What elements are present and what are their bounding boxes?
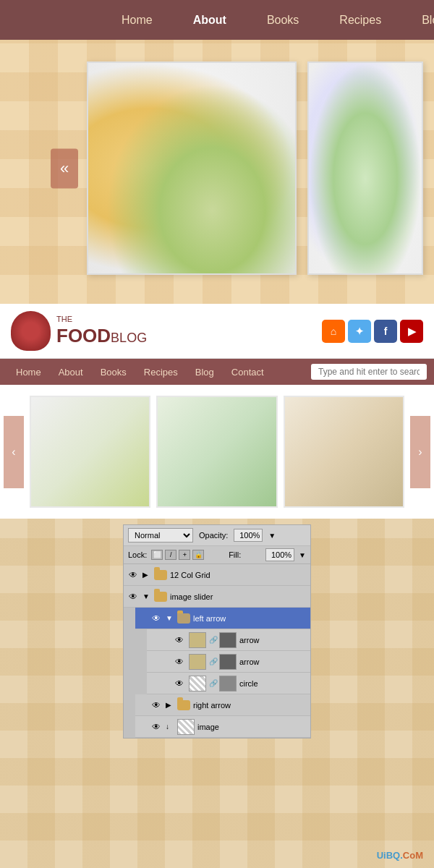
layer-name-imgslider: image slider xyxy=(170,592,307,601)
top-section: Home About Books Recipes Blog « xyxy=(0,0,434,304)
carousel-images xyxy=(87,61,423,275)
layer-thumb-arrow2 xyxy=(189,654,206,670)
subnav-contact[interactable]: Contact xyxy=(223,367,273,378)
eye-icon-circle[interactable]: 👁 xyxy=(173,677,186,690)
layer-row-arrow2[interactable]: 👁 🔗 arrow xyxy=(147,651,310,673)
opacity-arrow[interactable]: ▼ xyxy=(268,532,276,540)
layer-thumb-image xyxy=(177,719,195,735)
eye-icon-arrow1[interactable]: 👁 xyxy=(173,634,186,647)
attr-com: CoM xyxy=(403,850,423,861)
fill-label: Fill: xyxy=(229,550,241,559)
nav-books[interactable]: Books xyxy=(247,14,319,27)
eye-icon-12col[interactable]: 👁 xyxy=(127,569,140,582)
folder-icon-rightarrow xyxy=(177,700,190,710)
layer-name-circle: circle xyxy=(239,679,307,688)
eye-icon-arrow2[interactable]: 👁 xyxy=(173,655,186,668)
subnav-recipes[interactable]: Recipes xyxy=(135,367,187,378)
layers-panel-wrapper: Normal Opacity: ▼ Lock: ⬜ / + 🔒 Fill: ▼ xyxy=(0,524,434,739)
layer-thumb-circleb xyxy=(219,676,237,692)
logo-area: THE FOODBLOG xyxy=(11,311,147,351)
subnav-home[interactable]: Home xyxy=(7,367,50,378)
sub-nav: Home About Books Recipes Blog Contact xyxy=(0,359,434,385)
layer-row-circle[interactable]: 👁 🔗 circle xyxy=(147,673,310,694)
layer-name-image: image xyxy=(197,723,307,731)
folder-icon-12col xyxy=(154,570,167,580)
subnav-blog[interactable]: Blog xyxy=(187,367,223,378)
lock-label: Lock: xyxy=(128,550,147,559)
expand-leftarrow[interactable]: ▼ xyxy=(166,614,174,622)
logo-blog: BLOG xyxy=(111,331,147,345)
slider-left-button[interactable]: ‹ xyxy=(4,416,24,488)
food-header: THE FOODBLOG ⌂ ✦ f ▶ xyxy=(0,304,434,359)
lock-move[interactable]: + xyxy=(179,550,190,560)
slider-images xyxy=(24,396,410,508)
top-nav: Home About Books Recipes Blog xyxy=(0,0,434,40)
link-icon-circle: 🔗 xyxy=(209,679,216,687)
twitter-icon[interactable]: ✦ xyxy=(348,320,371,343)
bottom-section: THE FOODBLOG ⌂ ✦ f ▶ Home About Books Re… xyxy=(0,304,434,868)
layers-toolbar: Normal Opacity: ▼ xyxy=(124,525,310,546)
opacity-input[interactable] xyxy=(234,529,263,542)
layer-row-imgslider[interactable]: 👁 ▼ image slider xyxy=(124,586,310,608)
link-icon-arrow2: 🔗 xyxy=(209,658,216,665)
logo-text: THE FOODBLOG xyxy=(56,315,147,346)
slider-thumb-3 xyxy=(284,396,404,508)
layer-row-rightarrow[interactable]: 👁 ▶ right arrow xyxy=(135,694,310,716)
layer-thumb-arrow1b xyxy=(219,632,237,648)
layer-row-arrow1[interactable]: 👁 🔗 arrow xyxy=(147,629,310,651)
fill-input[interactable] xyxy=(265,548,294,561)
layer-row-leftarrow[interactable]: 👁 ▼ left arrow xyxy=(135,608,310,629)
image-slider: ‹ › xyxy=(0,385,434,519)
eye-icon-imgslider[interactable]: 👁 xyxy=(127,590,140,603)
expand-imgslider[interactable]: ▼ xyxy=(142,592,151,600)
layer-name-arrow2: arrow xyxy=(239,658,307,666)
nav-blog[interactable]: Blog xyxy=(401,14,434,27)
carousel-left-arrow[interactable]: « xyxy=(51,148,78,188)
logo-food: FOOD xyxy=(56,325,111,346)
nav-recipes[interactable]: Recipes xyxy=(319,14,401,27)
facebook-icon[interactable]: f xyxy=(374,320,397,343)
expand-12col[interactable]: ▶ xyxy=(142,571,151,579)
layer-row-12col[interactable]: 👁 ▶ 12 Col Grid xyxy=(124,564,310,586)
folder-icon-imgslider xyxy=(154,592,167,602)
eye-icon-image[interactable]: 👁 xyxy=(150,720,163,733)
layer-name-rightarrow: right arrow xyxy=(193,701,307,710)
greek-salad-image xyxy=(309,63,422,273)
lock-pixel[interactable]: ⬜ xyxy=(151,550,163,560)
social-icons: ⌂ ✦ f ▶ xyxy=(322,320,423,343)
layer-thumb-arrow1 xyxy=(189,632,206,648)
rss-icon[interactable]: ⌂ xyxy=(322,320,345,343)
eye-icon-leftarrow[interactable]: 👁 xyxy=(150,612,163,625)
fill-arrow[interactable]: ▼ xyxy=(299,551,306,559)
layer-thumb-arrow2b xyxy=(219,654,237,670)
attr-ui: UiBQ xyxy=(377,850,401,861)
layer-name-12col: 12 Col Grid xyxy=(170,571,307,579)
layer-name-leftarrow: left arrow xyxy=(193,614,307,623)
carousel-area: « xyxy=(0,40,434,297)
youtube-icon[interactable]: ▶ xyxy=(400,320,423,343)
nav-home[interactable]: Home xyxy=(101,14,173,27)
lock-all[interactable]: 🔒 xyxy=(192,550,204,560)
slider-thumb-1 xyxy=(30,396,150,508)
subnav-books[interactable]: Books xyxy=(92,367,135,378)
nav-about[interactable]: About xyxy=(173,14,247,27)
attribution: UiBQ.CoM xyxy=(377,850,423,861)
search-input[interactable] xyxy=(311,364,427,380)
logo-icon xyxy=(11,311,51,351)
slider-right-button[interactable]: › xyxy=(410,416,430,488)
carousel-image-1 xyxy=(87,61,297,275)
expand-rightarrow[interactable]: ▶ xyxy=(166,701,174,709)
logo-the: THE xyxy=(56,315,147,324)
carousel-image-2 xyxy=(307,61,423,275)
eye-icon-rightarrow[interactable]: 👁 xyxy=(150,699,163,712)
blend-mode-select[interactable]: Normal xyxy=(128,528,193,542)
folder-icon-leftarrow xyxy=(177,613,190,624)
opacity-label: Opacity: xyxy=(199,531,228,540)
link-icon-arrow1: 🔗 xyxy=(209,636,216,644)
subnav-about[interactable]: About xyxy=(50,367,92,378)
lock-position[interactable]: / xyxy=(165,550,176,560)
layer-row-image[interactable]: 👁 ↓ image xyxy=(135,716,310,738)
layer-thumb-circle xyxy=(189,676,206,692)
layers-lock-row: Lock: ⬜ / + 🔒 Fill: ▼ xyxy=(124,546,310,564)
layer-name-arrow1: arrow xyxy=(239,636,307,644)
